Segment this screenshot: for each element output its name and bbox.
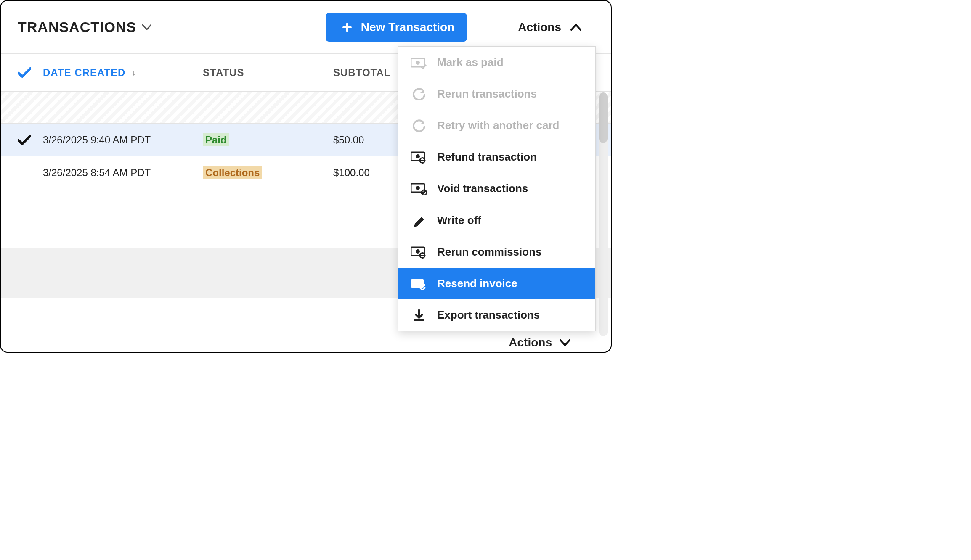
chevron-up-icon [570, 24, 581, 31]
svg-rect-10 [414, 319, 424, 321]
cell-date: 3/26/2025 9:40 AM PDT [43, 134, 203, 146]
download-icon [410, 309, 428, 322]
money-rerun-icon [410, 151, 428, 164]
column-subtotal-label: Subtotal [333, 67, 390, 78]
new-transaction-label: New Transaction [361, 21, 455, 34]
app-window: Transactions New Transaction Actions Dat… [0, 0, 612, 353]
column-status-label: Status [203, 67, 244, 78]
pencil-icon [410, 214, 428, 227]
action-label: Retry with another card [437, 119, 559, 132]
column-date-created[interactable]: Date Created ↓ [43, 67, 203, 79]
action-mark-as-paid: Mark as paid [398, 47, 595, 78]
svg-point-8 [416, 249, 420, 254]
refresh-icon [410, 88, 428, 100]
action-label: Refund transaction [437, 151, 537, 164]
sort-descending-icon: ↓ [131, 68, 136, 77]
actions-menu-toggle[interactable]: Actions [505, 8, 594, 46]
cell-date: 3/26/2025 8:54 AM PDT [43, 167, 203, 179]
chevron-down-icon [142, 24, 151, 30]
chevron-down-icon [560, 339, 570, 346]
page-title-dropdown[interactable]: Transactions [18, 19, 151, 35]
svg-point-5 [416, 186, 420, 190]
column-date-label: Date Created [43, 67, 125, 79]
new-transaction-button[interactable]: New Transaction [326, 13, 467, 42]
action-void-transactions[interactable]: Void transactions [398, 173, 595, 204]
vertical-scrollbar-track[interactable] [599, 92, 608, 336]
select-all-checkbox[interactable] [18, 67, 43, 78]
action-rerun-commissions[interactable]: Rerun commissions [398, 236, 595, 268]
money-rerun-icon [410, 246, 428, 259]
column-subtotal[interactable]: Subtotal [333, 67, 390, 79]
actions-bottom-label: Actions [509, 336, 552, 349]
action-retry-with-another-card: Retry with another card [398, 110, 595, 141]
action-label: Export transactions [437, 309, 540, 322]
money-void-icon [410, 182, 428, 195]
plus-icon [338, 22, 356, 32]
page-title: Transactions [18, 19, 136, 35]
action-resend-invoice[interactable]: Resend invoice [398, 268, 595, 299]
cell-status: Paid [203, 134, 333, 146]
action-label: Rerun commissions [437, 246, 542, 259]
actions-label: Actions [518, 21, 561, 34]
column-status[interactable]: Status [203, 67, 333, 79]
money-check-icon [410, 56, 428, 69]
action-label: Rerun transactions [437, 87, 537, 100]
action-export-transactions[interactable]: Export transactions [398, 299, 595, 331]
action-label: Resend invoice [437, 277, 517, 290]
actions-dropdown: Mark as paid Rerun transactions Retry wi… [398, 46, 596, 331]
action-label: Mark as paid [437, 56, 504, 69]
action-rerun-transactions: Rerun transactions [398, 78, 595, 110]
action-label: Write off [437, 214, 481, 227]
cell-subtotal: $100.00 [333, 167, 370, 179]
cell-status: Collections [203, 167, 333, 179]
action-write-off[interactable]: Write off [398, 204, 595, 236]
row-checkbox[interactable] [18, 135, 43, 145]
action-refund-transaction[interactable]: Refund transaction [398, 141, 595, 173]
refresh-icon [410, 119, 428, 132]
svg-point-3 [416, 154, 420, 158]
action-label: Void transactions [437, 182, 528, 195]
cell-subtotal: $50.00 [333, 134, 364, 146]
actions-bottom-toggle[interactable]: Actions [509, 336, 570, 349]
mail-resend-icon [410, 277, 428, 290]
svg-point-1 [416, 61, 420, 65]
vertical-scrollbar-thumb[interactable] [599, 92, 608, 143]
